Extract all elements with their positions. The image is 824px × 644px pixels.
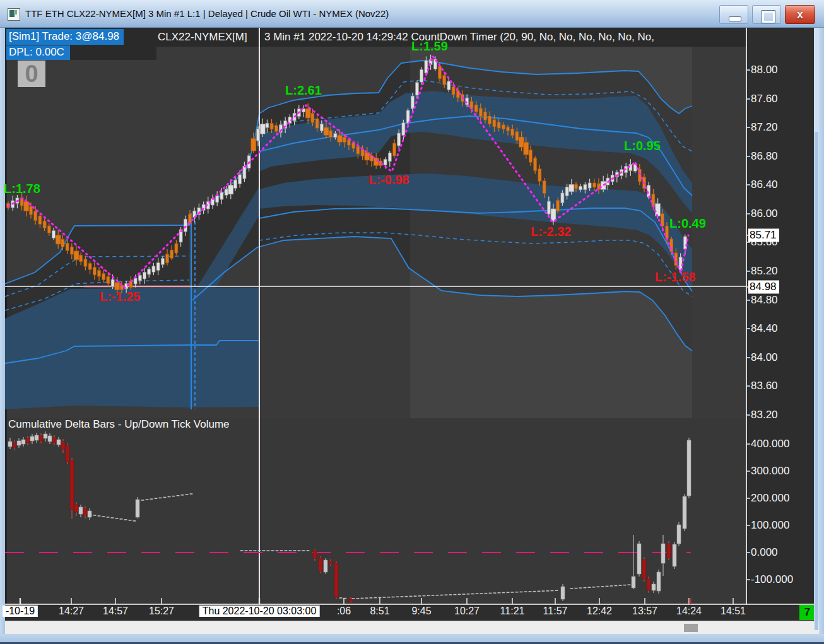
time-axis-label: -10-19 (3, 606, 38, 617)
delta-axis-tick-label: 400.000 (751, 438, 789, 450)
zigzag-swing-label: L:-1.58 (655, 270, 695, 284)
time-axis-label: 14:24 (676, 606, 702, 617)
time-axis-label: 14:51 (721, 606, 746, 617)
vertical-scrollbar-thumb[interactable] (815, 132, 818, 630)
price-axis-tick-label: 87.60 (751, 93, 778, 105)
time-axis-label: 11:57 (543, 606, 568, 617)
time-axis-label: 13:57 (632, 606, 657, 617)
time-axis-label: 8:51 (370, 606, 389, 617)
trade-price-label: 84.98 (748, 281, 779, 294)
delta-axis-tick-label: 0.000 (751, 546, 778, 559)
time-axis-label: 15:27 (149, 606, 174, 617)
symbol-label: CLX22-NYMEX[M] (158, 31, 247, 44)
price-axis-tick-label: 86.80 (751, 150, 778, 163)
price-axis-tick-label: 86.00 (751, 208, 778, 220)
zigzag-swing-label: L:2.61 (285, 83, 322, 98)
close-icon: x (786, 6, 815, 23)
price-axis-tick-label: 84.80 (751, 294, 778, 307)
vertical-scrollbar[interactable] (814, 28, 819, 621)
price-axis-tick-label: 84.00 (751, 351, 778, 364)
time-axis-label: 9:45 (411, 606, 431, 617)
zigzag-swing-label: L:1.59 (411, 39, 448, 54)
price-axis-tick-label: 88.00 (751, 64, 778, 76)
time-axis-label: 14:57 (103, 606, 128, 617)
window-border-right (819, 28, 824, 644)
time-axis-label: 14:27 (59, 606, 84, 617)
zigzag-swing-label: L:-1.25 (100, 290, 140, 304)
maximize-button[interactable] (752, 5, 781, 24)
window-title: TTF ETH CLX22-NYMEX[M] 3 Min #1 L:1 | De… (25, 0, 389, 28)
time-axis-label: :06 (337, 606, 351, 617)
position-counter-box: 0 (18, 61, 45, 87)
zigzag-swing-label: L:0.95 (624, 139, 661, 153)
chart-info-label: 3 Min #1 2022-10-20 14:29:42 CountDown T… (264, 31, 745, 44)
window-border-left (0, 28, 5, 644)
maximize-icon (762, 11, 775, 23)
chart-canvas[interactable] (5, 28, 819, 634)
price-axis-tick-label: 83.60 (751, 380, 778, 392)
minimize-icon (729, 16, 741, 21)
price-axis-tick-label: 84.40 (751, 322, 778, 335)
delta-axis-tick-label: 200.000 (751, 492, 789, 505)
delta-axis-tick-label: 100.000 (751, 519, 789, 532)
zigzag-swing-label: L:-0.98 (368, 173, 409, 187)
price-axis-tick-label: 87.20 (751, 121, 778, 134)
delta-axis-tick-label: 300.000 (751, 465, 789, 477)
time-axis-label: 12:42 (587, 606, 612, 617)
minimize-button[interactable] (719, 5, 748, 24)
horizontal-scrollbar-thumb[interactable] (684, 624, 698, 632)
zigzag-swing-label: L:-2.32 (531, 225, 571, 239)
trade-position-label: [Sim1] Trade: 3@84.98 (6, 29, 124, 45)
app-icon (8, 8, 20, 21)
horizontal-scrollbar[interactable] (5, 621, 819, 634)
delta-axis-tick-label: -100.000 (751, 573, 793, 586)
window-titlebar[interactable]: TTF ETH CLX22-NYMEX[M] 3 Min #1 L:1 | De… (0, 0, 824, 28)
bar-countdown-box: 7 (799, 605, 815, 620)
delta-panel-title: Cumulative Delta Bars - Up/Down Tick Vol… (8, 418, 230, 431)
dpl-label: DPL: 0.00C (6, 45, 70, 60)
price-axis-tick-label: 86.40 (751, 179, 778, 191)
price-axis-tick-label: 83.20 (751, 409, 778, 421)
zigzag-swing-label: L:0.49 (669, 216, 706, 231)
time-axis-label: 10:27 (454, 606, 480, 617)
price-axis-tick-label: 85.20 (751, 265, 778, 278)
current-price-label: 85.71 (748, 229, 779, 242)
close-button[interactable]: x (785, 5, 815, 24)
time-axis-label: 11:21 (500, 606, 525, 617)
zigzag-swing-label: L:1.78 (4, 182, 40, 196)
time-axis-label: Thu 2022-10-20 03:03:00 (199, 606, 320, 617)
